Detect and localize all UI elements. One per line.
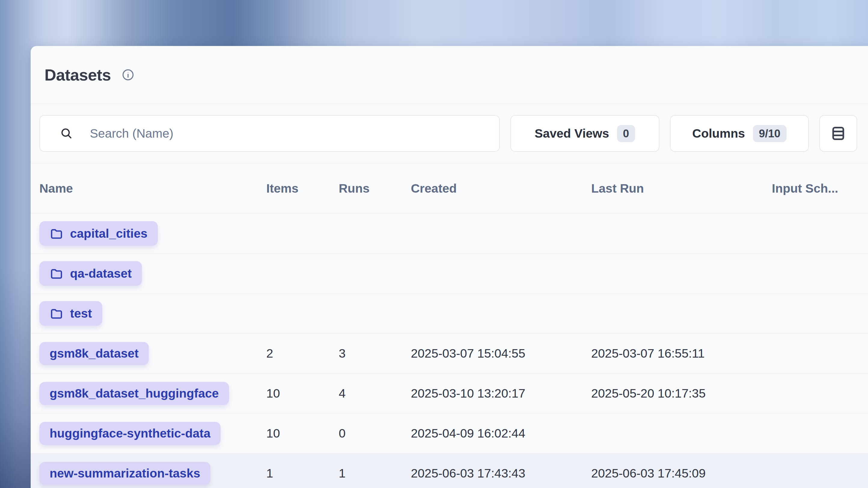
- created-cell: 2025-03-10 13:20:17: [411, 386, 591, 400]
- table-row[interactable]: qa-dataset: [31, 253, 868, 293]
- dataset-name-label: gsm8k_dataset_huggingface: [50, 387, 219, 400]
- dataset-name-label: huggingface-synthetic-data: [50, 427, 210, 440]
- table-header-row: Name Items Runs Created Last Run Input S…: [31, 163, 868, 213]
- column-header-input-schema: Input Sch...: [772, 182, 868, 196]
- table-row[interactable]: new-summarization-tasks 1 1 2025-06-03 1…: [31, 453, 868, 488]
- saved-views-label: Saved Views: [535, 127, 609, 141]
- runs-cell: 4: [339, 386, 411, 400]
- panel-header: Datasets: [31, 46, 868, 103]
- table-rows-icon: [830, 125, 847, 142]
- toolbar: Saved Views 0 Columns 9/10: [31, 104, 868, 163]
- columns-button[interactable]: Columns 9/10: [670, 115, 809, 152]
- folder-icon: [50, 227, 63, 240]
- last-run-cell: 2025-03-07 16:55:11: [591, 347, 772, 361]
- dataset-name-chip[interactable]: test: [39, 301, 102, 326]
- items-cell: 10: [266, 426, 339, 441]
- dataset-name-chip[interactable]: gsm8k_dataset_huggingface: [39, 382, 229, 405]
- table-row[interactable]: capital_cities: [31, 213, 868, 253]
- last-run-cell: 2025-05-20 10:17:35: [591, 386, 772, 400]
- table-row[interactable]: test: [31, 293, 868, 333]
- column-header-items: Items: [266, 182, 339, 196]
- items-cell: 1: [266, 466, 339, 481]
- runs-cell: 0: [339, 426, 411, 441]
- column-header-created: Created: [411, 182, 591, 196]
- table-row[interactable]: gsm8k_dataset 2 3 2025-03-07 15:04:55 20…: [31, 333, 868, 373]
- search-icon: [60, 127, 73, 140]
- column-header-last-run: Last Run: [591, 182, 772, 196]
- row-density-button[interactable]: [819, 115, 857, 152]
- datasets-panel: Datasets Saved Views 0 Columns 9/10: [31, 46, 868, 488]
- table-row[interactable]: gsm8k_dataset_huggingface 10 4 2025-03-1…: [31, 373, 868, 413]
- dataset-name-chip[interactable]: gsm8k_dataset: [39, 342, 149, 365]
- dataset-name-label: test: [70, 307, 92, 320]
- runs-cell: 1: [339, 466, 411, 481]
- created-cell: 2025-03-07 15:04:55: [411, 347, 591, 361]
- page-title: Datasets: [44, 66, 111, 84]
- dataset-name-chip[interactable]: qa-dataset: [39, 261, 142, 286]
- items-cell: 10: [266, 386, 339, 400]
- dataset-name-chip[interactable]: new-summarization-tasks: [39, 462, 210, 485]
- folder-icon: [50, 306, 63, 320]
- created-cell: 2025-04-09 16:02:44: [411, 426, 591, 441]
- column-header-name: Name: [39, 182, 266, 196]
- items-cell: 2: [266, 347, 339, 361]
- search-field: [39, 115, 500, 152]
- last-run-cell: 2025-06-03 17:45:09: [591, 466, 772, 481]
- folder-icon: [50, 266, 63, 280]
- table-row[interactable]: huggingface-synthetic-data 10 0 2025-04-…: [31, 413, 868, 453]
- info-icon[interactable]: [122, 68, 134, 81]
- table-body: capital_cities qa-dataset: [31, 213, 868, 488]
- saved-views-count-badge: 0: [617, 125, 636, 142]
- dataset-name-chip[interactable]: huggingface-synthetic-data: [39, 422, 221, 445]
- search-input[interactable]: [89, 126, 499, 141]
- dataset-name-label: capital_cities: [70, 227, 148, 240]
- dataset-name-chip[interactable]: capital_cities: [39, 221, 158, 246]
- columns-count-badge: 9/10: [753, 125, 786, 142]
- runs-cell: 3: [339, 347, 411, 361]
- datasets-table: Name Items Runs Created Last Run Input S…: [31, 163, 868, 488]
- page-background: { "page": { "title": "Datasets" }, "tool…: [0, 0, 868, 488]
- dataset-name-label: qa-dataset: [70, 267, 132, 280]
- created-cell: 2025-06-03 17:43:43: [411, 466, 591, 481]
- column-header-runs: Runs: [339, 182, 411, 196]
- saved-views-button[interactable]: Saved Views 0: [510, 115, 659, 152]
- columns-label: Columns: [692, 127, 745, 141]
- dataset-name-label: gsm8k_dataset: [50, 347, 138, 360]
- dataset-name-label: new-summarization-tasks: [50, 467, 200, 480]
